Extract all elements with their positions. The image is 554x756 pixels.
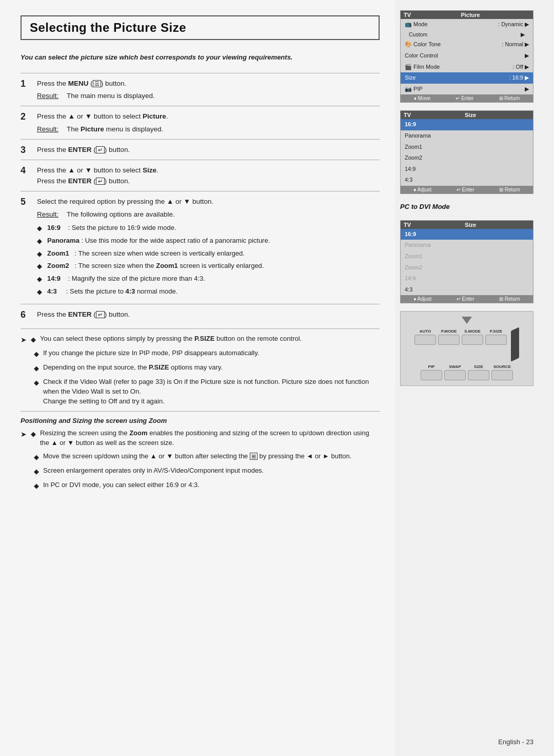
size-option-dimmed: Panorama <box>401 240 533 251</box>
list-item: ◆ 16:9 : Sets the picture to 16:9 wide m… <box>37 223 380 234</box>
intro-text: You can select the picture size which be… <box>21 52 380 63</box>
zoom-section: Positioning and Sizing the screen using … <box>21 411 380 491</box>
tv-size-footer: ♦ Adjust ↵ Enter ⊞ Return <box>401 186 533 193</box>
note-row: ◆ Check if the Video Wall (refer to page… <box>21 377 380 406</box>
size-option-dimmed: 14:9 <box>401 273 533 284</box>
pc-dvi-label: PC to DVI Mode <box>400 203 544 210</box>
step-number-4: 4 <box>21 165 32 176</box>
note-row: ◆ If you change the picture size In PIP … <box>21 348 380 359</box>
size-option: 4:3 <box>401 175 533 186</box>
remote-btn[interactable] <box>491 370 513 380</box>
list-item: ◆ In PC or DVI mode, you can select eith… <box>21 480 380 491</box>
step-content-4: Press the ▲ or ▼ button to select Size. … <box>37 165 380 187</box>
step-number-1: 1 <box>21 79 32 89</box>
step-content-1: Press the MENU (☰) button. Result: The m… <box>37 79 380 102</box>
tv-size-menu-2: TV Size 16:9 Panorama Zoom1 Zoom2 14:9 4… <box>400 220 533 304</box>
tv-size-menu2-header: TV Size <box>401 221 533 229</box>
size-option-active: 16:9 <box>401 229 533 240</box>
list-item: ◆ 14:9 : Magnify the size of the picture… <box>37 274 380 284</box>
size-option-dimmed: Zoom2 <box>401 262 533 274</box>
notes-section: ➤ ◆ You can select these options simply … <box>21 328 380 406</box>
footer-text: English - 23 <box>498 738 533 746</box>
size-option: Zoom1 <box>401 142 533 153</box>
remote-btn-label: SWAP <box>449 364 461 369</box>
tv-menu-header: TV Picture <box>401 11 533 19</box>
remote-btn-label: P.MODE <box>441 329 457 334</box>
remote-button-group: P.MODE <box>438 329 460 360</box>
remote-btn[interactable] <box>421 370 442 380</box>
remote-btn-label: S.MODE <box>464 329 481 334</box>
size-option: Zoom2 <box>401 152 533 164</box>
list-item: ◆ 4:3 : Sets the picture to 4:3 normal m… <box>37 287 380 297</box>
steps-container: 1 Press the MENU (☰) button. Result: The… <box>21 73 380 324</box>
title-box: Selecting the Picture Size <box>21 15 380 40</box>
size-option: 4:3 <box>401 284 533 296</box>
page-footer: English - 23 <box>498 738 533 746</box>
tv-menu-row: 📷 PIP ▶ <box>401 84 533 95</box>
remote-control: AUTO P.MODE S.MODE P.SIZE <box>400 311 533 386</box>
page-title: Selecting the Picture Size <box>30 21 186 34</box>
list-item: ◆ Move the screen up/down using the ▲ or… <box>21 452 380 462</box>
size-option-dimmed: Zoom1 <box>401 251 533 262</box>
step-4: 4 Press the ▲ or ▼ button to select Size… <box>21 160 380 191</box>
remote-btn[interactable] <box>438 335 460 345</box>
step1-result-label: Result: <box>37 91 62 102</box>
remote-btn-label: AUTO <box>420 329 431 334</box>
remote-button-group: P.SIZE <box>485 329 507 360</box>
remote-side-element <box>511 327 519 362</box>
remote-btn-label: SIZE <box>474 364 483 369</box>
remote-buttons-bottom-row: PIP SWAP SIZE SOURCE <box>421 364 513 380</box>
note-text-3: Depending on the input source, the P.SIZ… <box>43 363 223 374</box>
remote-button-group: SWAP <box>444 364 466 380</box>
list-item: ◆ Zoom2 : The screen size when the Zoom1… <box>37 261 380 272</box>
step1-bold: MENU <box>68 80 89 87</box>
note-row: ➤ ◆ You can select these options simply … <box>21 334 380 345</box>
step2-result-label: Result: <box>37 124 62 135</box>
remote-arrow <box>462 317 472 324</box>
tv-size2-footer: ♦ Adjust ↵ Enter ⊞ Return <box>401 295 533 303</box>
tv-menu-row: 📺 Mode : Dynamic ▶ <box>401 19 533 30</box>
step-content-6: Press the ENTER (↵) button. <box>37 309 380 320</box>
tv-size-menu-1: TV Size 16:9 Panorama Zoom1 Zoom2 14:9 4… <box>400 110 533 194</box>
tv-menu-row: 🎬 Film Mode : Off ▶ <box>401 62 533 73</box>
step-1: 1 Press the MENU (☰) button. Result: The… <box>21 73 380 106</box>
tv-menu-row: 🎨 Color Tone : Normal ▶ <box>401 39 533 50</box>
step6-bold: ENTER <box>68 311 92 318</box>
step-number-6: 6 <box>21 309 32 320</box>
size-option: 14:9 <box>401 164 533 175</box>
remote-btn[interactable] <box>468 370 489 380</box>
remote-psize-btn[interactable] <box>485 335 507 345</box>
remote-button-group: SOURCE <box>491 364 513 380</box>
step-number-2: 2 <box>21 111 32 122</box>
step-content-3: Press the ENTER (↵) button. <box>37 145 380 156</box>
size-option-active: 16:9 <box>401 119 533 130</box>
remote-button-group: S.MODE <box>462 329 483 360</box>
remote-buttons-top-row: AUTO P.MODE S.MODE P.SIZE <box>414 329 519 360</box>
tv-size-menu-header: TV Size <box>401 111 533 119</box>
step5-result-label: Result: <box>37 209 62 220</box>
step-6: 6 Press the ENTER (↵) button. <box>21 304 380 324</box>
tv-menu-row-highlighted: Size : 16:9 ▶ <box>401 72 533 84</box>
remote-btn-label-psize: P.SIZE <box>490 329 502 334</box>
remote-btn[interactable] <box>444 370 466 380</box>
step4-bold2: ENTER <box>68 177 92 185</box>
remote-btn-label: PIP <box>428 364 435 369</box>
size-option: Panorama <box>401 130 533 142</box>
remote-btn[interactable] <box>414 335 436 345</box>
step3-bold: ENTER <box>68 146 92 153</box>
main-content: Selecting the Picture Size You can selec… <box>0 0 395 756</box>
note-text-4: Check if the Video Wall (refer to page 3… <box>43 377 380 406</box>
step-5: 5 Select the required option by pressing… <box>21 191 380 304</box>
remote-button-group: PIP <box>421 364 442 380</box>
list-item: ◆ Panorama : Use this mode for the wide … <box>37 236 380 246</box>
tv-menu-footer: ♦ Move ↵ Enter ⊞ Return <box>401 94 533 102</box>
zoom-notes-list: ➤ ◆ Resizing the screen using the Zoom e… <box>21 429 380 491</box>
step-number-3: 3 <box>21 145 32 156</box>
list-item: ◆ Screen enlargement operates only in AV… <box>21 466 380 477</box>
step2-bold: Picture <box>143 112 166 120</box>
remote-btn[interactable] <box>462 335 483 345</box>
step5-result-text: The following options are available. <box>67 209 175 220</box>
step-2: 2 Press the ▲ or ▼ button to select Pict… <box>21 106 380 139</box>
remote-button-group: SIZE <box>468 364 489 380</box>
step-content-5: Select the required option by pressing t… <box>37 197 380 300</box>
